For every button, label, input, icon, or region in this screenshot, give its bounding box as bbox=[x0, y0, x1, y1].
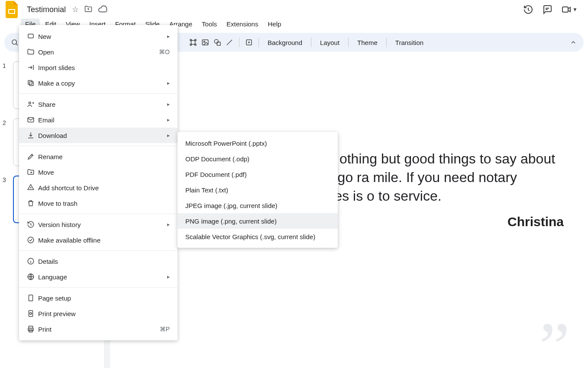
app-logo[interactable] bbox=[3, 1, 21, 18]
file-make-copy[interactable]: Make a copy▸ bbox=[19, 75, 178, 91]
svg-rect-16 bbox=[28, 80, 32, 84]
thumb-number: 1 bbox=[3, 62, 9, 109]
download-pdf[interactable]: PDF Document (.pdf) bbox=[178, 166, 338, 182]
menu-help[interactable]: Help bbox=[263, 19, 285, 29]
file-trash[interactable]: Move to trash bbox=[19, 195, 178, 211]
document-title[interactable]: Testimonial bbox=[24, 4, 68, 15]
file-offline[interactable]: Make available offline bbox=[19, 232, 178, 248]
download-odp[interactable]: ODP Document (.odp) bbox=[178, 151, 338, 166]
comments-icon[interactable] bbox=[542, 4, 552, 15]
search-icon[interactable] bbox=[10, 37, 20, 48]
transform-icon[interactable] bbox=[188, 37, 198, 48]
svg-point-19 bbox=[28, 237, 34, 243]
menu-tools[interactable]: Tools bbox=[197, 19, 221, 29]
collapse-toolbar-icon[interactable] bbox=[568, 37, 578, 48]
history-icon[interactable] bbox=[523, 4, 533, 15]
file-move[interactable]: Move bbox=[19, 164, 178, 180]
line-icon[interactable] bbox=[224, 37, 235, 48]
file-add-shortcut[interactable]: Add shortcut to Drive bbox=[19, 180, 178, 195]
svg-point-17 bbox=[29, 102, 31, 104]
svg-rect-1 bbox=[9, 10, 14, 13]
file-import-slides[interactable]: Import slides bbox=[19, 60, 178, 75]
file-details[interactable]: Details bbox=[19, 253, 178, 269]
svg-rect-2 bbox=[562, 7, 568, 12]
svg-rect-23 bbox=[29, 310, 33, 317]
svg-rect-15 bbox=[29, 82, 33, 86]
svg-rect-12 bbox=[217, 42, 220, 45]
svg-point-24 bbox=[30, 313, 32, 315]
layout-button[interactable]: Layout bbox=[316, 36, 344, 49]
file-print-preview[interactable]: Print preview bbox=[19, 306, 178, 321]
move-folder-icon[interactable] bbox=[84, 5, 93, 14]
cloud-status-icon[interactable] bbox=[98, 5, 107, 14]
download-pptx[interactable]: Microsoft PowerPoint (.pptx) bbox=[178, 135, 338, 151]
svg-rect-22 bbox=[29, 295, 33, 301]
download-jpg[interactable]: JPEG image (.jpg, current slide) bbox=[178, 198, 338, 213]
quote-mark-icon: ” bbox=[539, 340, 570, 354]
file-rename[interactable]: Rename bbox=[19, 149, 178, 164]
download-svg[interactable]: Scalable Vector Graphics (.svg, current … bbox=[178, 229, 338, 244]
download-png[interactable]: PNG image (.png, current slide) bbox=[178, 213, 338, 229]
file-version-history[interactable]: Version history▸ bbox=[19, 217, 178, 232]
file-share[interactable]: Share▸ bbox=[19, 96, 178, 112]
svg-point-11 bbox=[214, 39, 218, 43]
file-download[interactable]: Download▸ bbox=[19, 128, 178, 143]
meet-icon[interactable]: ▼ bbox=[561, 4, 578, 15]
thumb-number: 3 bbox=[3, 176, 9, 223]
file-menu-dropdown: New▸ Open⌘O Import slides Make a copy▸ S… bbox=[19, 25, 178, 340]
menu-extensions[interactable]: Extensions bbox=[222, 19, 262, 29]
download-submenu: Microsoft PowerPoint (.pptx) ODP Documen… bbox=[178, 132, 338, 248]
file-email[interactable]: Email▸ bbox=[19, 112, 178, 128]
svg-rect-9 bbox=[202, 40, 208, 45]
new-slide-icon[interactable] bbox=[244, 37, 254, 48]
download-txt[interactable]: Plain Text (.txt) bbox=[178, 182, 338, 198]
star-icon[interactable]: ☆ bbox=[72, 5, 79, 14]
background-button[interactable]: Background bbox=[263, 36, 307, 49]
shape-icon[interactable] bbox=[212, 37, 223, 48]
file-open[interactable]: Open⌘O bbox=[19, 44, 178, 60]
svg-point-3 bbox=[12, 40, 17, 45]
theme-button[interactable]: Theme bbox=[353, 36, 382, 49]
file-language[interactable]: Language▸ bbox=[19, 269, 178, 285]
thumb-number: 2 bbox=[3, 119, 9, 166]
image-icon[interactable] bbox=[200, 37, 210, 48]
svg-rect-14 bbox=[28, 34, 33, 38]
file-page-setup[interactable]: Page setup bbox=[19, 290, 178, 306]
svg-point-10 bbox=[204, 41, 205, 42]
transition-button[interactable]: Transition bbox=[391, 36, 428, 49]
file-print[interactable]: Print⌘P bbox=[19, 321, 178, 337]
file-new[interactable]: New▸ bbox=[19, 29, 178, 44]
